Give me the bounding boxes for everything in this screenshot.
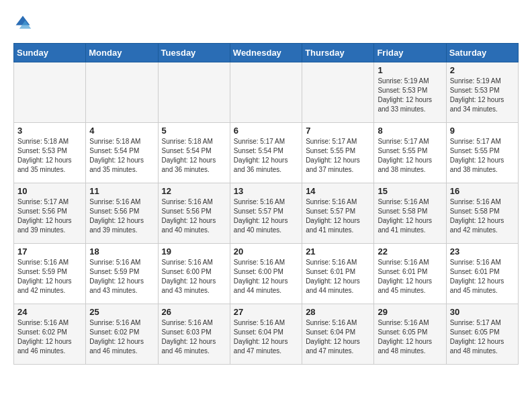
calendar-cell: 25Sunrise: 5:16 AM Sunset: 6:02 PM Dayli… xyxy=(86,304,158,365)
day-number: 6 xyxy=(234,126,298,136)
calendar-cell: 28Sunrise: 5:16 AM Sunset: 6:04 PM Dayli… xyxy=(302,304,374,365)
calendar-cell: 22Sunrise: 5:16 AM Sunset: 6:01 PM Dayli… xyxy=(374,244,446,304)
calendar-cell: 14Sunrise: 5:16 AM Sunset: 5:57 PM Dayli… xyxy=(302,183,374,244)
calendar-cell: 20Sunrise: 5:16 AM Sunset: 6:00 PM Dayli… xyxy=(230,244,302,304)
day-number: 25 xyxy=(89,307,154,317)
calendar-cell: 11Sunrise: 5:16 AM Sunset: 5:56 PM Dayli… xyxy=(86,183,158,244)
day-number: 4 xyxy=(89,126,154,136)
calendar-cell: 7Sunrise: 5:17 AM Sunset: 5:55 PM Daylig… xyxy=(302,123,374,183)
day-number: 30 xyxy=(450,307,515,317)
day-info: Sunrise: 5:19 AM Sunset: 5:53 PM Dayligh… xyxy=(378,77,442,114)
calendar-cell: 27Sunrise: 5:16 AM Sunset: 6:04 PM Dayli… xyxy=(230,304,302,365)
day-number: 8 xyxy=(378,126,442,136)
calendar-week-row: 24Sunrise: 5:16 AM Sunset: 6:02 PM Dayli… xyxy=(14,304,519,365)
calendar-week-row: 10Sunrise: 5:17 AM Sunset: 5:56 PM Dayli… xyxy=(14,183,519,244)
day-info: Sunrise: 5:16 AM Sunset: 6:05 PM Dayligh… xyxy=(378,318,442,356)
weekday-saturday: Saturday xyxy=(446,44,518,62)
calendar-cell: 26Sunrise: 5:16 AM Sunset: 6:03 PM Dayli… xyxy=(158,304,230,365)
calendar-cell: 21Sunrise: 5:16 AM Sunset: 6:01 PM Dayli… xyxy=(302,244,374,304)
calendar-cell: 8Sunrise: 5:17 AM Sunset: 5:55 PM Daylig… xyxy=(374,123,446,183)
day-number: 15 xyxy=(378,186,442,196)
day-info: Sunrise: 5:19 AM Sunset: 5:53 PM Dayligh… xyxy=(450,77,515,114)
day-info: Sunrise: 5:16 AM Sunset: 6:02 PM Dayligh… xyxy=(89,318,154,356)
calendar-cell: 18Sunrise: 5:16 AM Sunset: 5:59 PM Dayli… xyxy=(86,244,158,304)
day-info: Sunrise: 5:16 AM Sunset: 6:01 PM Dayligh… xyxy=(450,258,515,295)
day-number: 7 xyxy=(306,126,370,136)
day-info: Sunrise: 5:16 AM Sunset: 5:58 PM Dayligh… xyxy=(378,197,442,235)
calendar-cell: 16Sunrise: 5:16 AM Sunset: 5:58 PM Dayli… xyxy=(446,183,518,244)
calendar-cell: 30Sunrise: 5:17 AM Sunset: 6:05 PM Dayli… xyxy=(446,304,518,365)
calendar-cell xyxy=(230,62,302,123)
day-info: Sunrise: 5:16 AM Sunset: 6:01 PM Dayligh… xyxy=(378,258,442,295)
calendar-cell: 15Sunrise: 5:16 AM Sunset: 5:58 PM Dayli… xyxy=(374,183,446,244)
calendar-cell xyxy=(86,62,158,123)
day-info: Sunrise: 5:17 AM Sunset: 5:55 PM Dayligh… xyxy=(378,137,442,175)
calendar-cell: 24Sunrise: 5:16 AM Sunset: 6:02 PM Dayli… xyxy=(14,304,86,365)
day-info: Sunrise: 5:16 AM Sunset: 6:04 PM Dayligh… xyxy=(306,318,370,356)
calendar-cell: 12Sunrise: 5:16 AM Sunset: 5:56 PM Dayli… xyxy=(158,183,230,244)
header xyxy=(13,13,519,32)
weekday-wednesday: Wednesday xyxy=(230,44,302,62)
weekday-thursday: Thursday xyxy=(302,44,374,62)
day-number: 1 xyxy=(378,65,442,75)
calendar-cell xyxy=(158,62,230,123)
day-info: Sunrise: 5:16 AM Sunset: 6:02 PM Dayligh… xyxy=(17,318,82,356)
calendar-cell: 9Sunrise: 5:17 AM Sunset: 5:55 PM Daylig… xyxy=(446,123,518,183)
calendar-cell xyxy=(14,62,86,123)
day-number: 21 xyxy=(306,246,370,257)
day-number: 28 xyxy=(306,307,370,317)
day-number: 14 xyxy=(306,186,370,196)
calendar-cell: 17Sunrise: 5:16 AM Sunset: 5:59 PM Dayli… xyxy=(14,244,86,304)
day-info: Sunrise: 5:16 AM Sunset: 6:01 PM Dayligh… xyxy=(306,258,370,295)
day-info: Sunrise: 5:16 AM Sunset: 5:58 PM Dayligh… xyxy=(450,197,515,235)
day-info: Sunrise: 5:18 AM Sunset: 5:53 PM Dayligh… xyxy=(17,137,82,175)
calendar-week-row: 1Sunrise: 5:19 AM Sunset: 5:53 PM Daylig… xyxy=(14,62,519,123)
day-info: Sunrise: 5:17 AM Sunset: 5:54 PM Dayligh… xyxy=(234,137,298,175)
day-number: 26 xyxy=(162,307,226,317)
day-info: Sunrise: 5:16 AM Sunset: 6:00 PM Dayligh… xyxy=(234,258,298,295)
weekday-header-row: SundayMondayTuesdayWednesdayThursdayFrid… xyxy=(14,44,519,62)
day-info: Sunrise: 5:16 AM Sunset: 5:59 PM Dayligh… xyxy=(17,258,82,295)
day-info: Sunrise: 5:18 AM Sunset: 5:54 PM Dayligh… xyxy=(162,137,226,175)
weekday-monday: Monday xyxy=(86,44,158,62)
calendar-cell: 2Sunrise: 5:19 AM Sunset: 5:53 PM Daylig… xyxy=(446,62,518,123)
calendar-table: SundayMondayTuesdayWednesdayThursdayFrid… xyxy=(13,43,519,365)
day-info: Sunrise: 5:17 AM Sunset: 5:55 PM Dayligh… xyxy=(450,137,515,175)
day-number: 29 xyxy=(378,307,442,317)
day-number: 10 xyxy=(17,186,82,196)
calendar-cell: 6Sunrise: 5:17 AM Sunset: 5:54 PM Daylig… xyxy=(230,123,302,183)
calendar-cell: 5Sunrise: 5:18 AM Sunset: 5:54 PM Daylig… xyxy=(158,123,230,183)
day-info: Sunrise: 5:16 AM Sunset: 5:56 PM Dayligh… xyxy=(162,197,226,235)
calendar-cell: 10Sunrise: 5:17 AM Sunset: 5:56 PM Dayli… xyxy=(14,183,86,244)
calendar-cell: 3Sunrise: 5:18 AM Sunset: 5:53 PM Daylig… xyxy=(14,123,86,183)
day-info: Sunrise: 5:18 AM Sunset: 5:54 PM Dayligh… xyxy=(89,137,154,175)
weekday-tuesday: Tuesday xyxy=(158,44,230,62)
logo-icon xyxy=(13,13,32,32)
calendar-week-row: 17Sunrise: 5:16 AM Sunset: 5:59 PM Dayli… xyxy=(14,244,519,304)
day-info: Sunrise: 5:17 AM Sunset: 5:55 PM Dayligh… xyxy=(306,137,370,175)
day-number: 24 xyxy=(17,307,82,317)
day-info: Sunrise: 5:16 AM Sunset: 5:59 PM Dayligh… xyxy=(89,258,154,295)
day-info: Sunrise: 5:16 AM Sunset: 6:03 PM Dayligh… xyxy=(162,318,226,356)
day-number: 20 xyxy=(234,246,298,257)
day-info: Sunrise: 5:17 AM Sunset: 5:56 PM Dayligh… xyxy=(17,197,82,235)
day-number: 9 xyxy=(450,126,515,136)
logo xyxy=(13,13,35,32)
calendar-cell: 1Sunrise: 5:19 AM Sunset: 5:53 PM Daylig… xyxy=(374,62,446,123)
day-number: 19 xyxy=(162,246,226,257)
day-number: 23 xyxy=(450,246,515,257)
day-number: 18 xyxy=(89,246,154,257)
calendar-cell: 13Sunrise: 5:16 AM Sunset: 5:57 PM Dayli… xyxy=(230,183,302,244)
weekday-friday: Friday xyxy=(374,44,446,62)
calendar-week-row: 3Sunrise: 5:18 AM Sunset: 5:53 PM Daylig… xyxy=(14,123,519,183)
calendar-cell xyxy=(302,62,374,123)
day-number: 3 xyxy=(17,126,82,136)
day-number: 2 xyxy=(450,65,515,75)
day-info: Sunrise: 5:16 AM Sunset: 6:04 PM Dayligh… xyxy=(234,318,298,356)
calendar-cell: 29Sunrise: 5:16 AM Sunset: 6:05 PM Dayli… xyxy=(374,304,446,365)
day-number: 12 xyxy=(162,186,226,196)
day-info: Sunrise: 5:17 AM Sunset: 6:05 PM Dayligh… xyxy=(450,318,515,356)
day-info: Sunrise: 5:16 AM Sunset: 5:56 PM Dayligh… xyxy=(89,197,154,235)
day-number: 22 xyxy=(378,246,442,257)
day-info: Sunrise: 5:16 AM Sunset: 5:57 PM Dayligh… xyxy=(306,197,370,235)
